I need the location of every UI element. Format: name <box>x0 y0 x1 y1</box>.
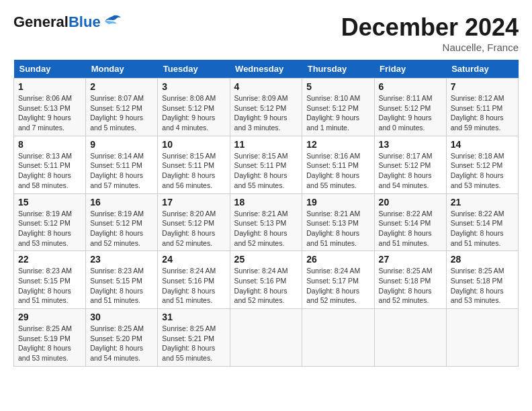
sunset-label: Sunset: 5:12 PM <box>451 161 503 169</box>
sunrise-label: Sunrise: 8:10 AM <box>306 94 360 102</box>
sunrise-label: Sunrise: 8:21 AM <box>234 210 288 218</box>
sunset-label: Sunset: 5:12 PM <box>306 104 359 112</box>
sunset-label: Sunset: 5:15 PM <box>90 277 142 285</box>
day-number: 31 <box>162 312 225 322</box>
calendar-week-row: 22 Sunrise: 8:23 AM Sunset: 5:15 PM Dayl… <box>14 251 519 309</box>
month-title: December 2024 <box>341 13 519 42</box>
sunset-label: Sunset: 5:15 PM <box>18 277 71 285</box>
day-number: 15 <box>18 197 81 208</box>
day-info: Sunrise: 8:25 AM Sunset: 5:21 PM Dayligh… <box>162 324 225 363</box>
col-tuesday: Tuesday <box>158 60 230 79</box>
sunset-label: Sunset: 5:16 PM <box>162 277 214 285</box>
day-info: Sunrise: 8:22 AM Sunset: 5:14 PM Dayligh… <box>379 209 442 248</box>
day-number: 9 <box>90 139 153 150</box>
day-info: Sunrise: 8:25 AM Sunset: 5:18 PM Dayligh… <box>379 266 442 306</box>
sunset-label: Sunset: 5:16 PM <box>234 277 287 285</box>
calendar-cell: 10 Sunrise: 8:15 AM Sunset: 5:11 PM Dayl… <box>158 136 230 193</box>
daylight-label: Daylight: 8 hours and 51 minutes. <box>90 287 143 305</box>
day-number: 3 <box>162 81 225 92</box>
sunrise-label: Sunrise: 8:25 AM <box>90 324 144 332</box>
calendar-cell: 14 Sunrise: 8:18 AM Sunset: 5:12 PM Dayl… <box>446 136 518 193</box>
sunrise-label: Sunrise: 8:24 AM <box>162 267 216 275</box>
sunrise-label: Sunrise: 8:06 AM <box>18 94 72 102</box>
day-number: 2 <box>90 81 153 92</box>
day-info: Sunrise: 8:23 AM Sunset: 5:15 PM Dayligh… <box>18 266 81 306</box>
sunset-label: Sunset: 5:11 PM <box>162 161 214 169</box>
daylight-label: Daylight: 8 hours and 51 minutes. <box>306 229 359 247</box>
sunrise-label: Sunrise: 8:22 AM <box>379 210 433 218</box>
day-number: 13 <box>379 139 442 150</box>
sunset-label: Sunset: 5:12 PM <box>379 161 431 169</box>
calendar-cell: 26 Sunrise: 8:24 AM Sunset: 5:17 PM Dayl… <box>302 251 374 309</box>
day-number: 16 <box>90 197 153 208</box>
daylight-label: Daylight: 8 hours and 52 minutes. <box>306 287 359 305</box>
day-number: 4 <box>234 81 298 92</box>
calendar-cell: 12 Sunrise: 8:16 AM Sunset: 5:11 PM Dayl… <box>302 136 374 193</box>
day-number: 30 <box>90 312 153 322</box>
calendar-week-row: 1 Sunrise: 8:06 AM Sunset: 5:13 PM Dayli… <box>14 79 519 136</box>
day-info: Sunrise: 8:21 AM Sunset: 5:13 PM Dayligh… <box>306 209 369 248</box>
calendar-week-row: 15 Sunrise: 8:19 AM Sunset: 5:12 PM Dayl… <box>14 193 519 251</box>
sunset-label: Sunset: 5:19 PM <box>18 334 71 342</box>
logo-general: General <box>13 13 69 30</box>
calendar-cell <box>446 309 518 367</box>
calendar-cell: 19 Sunrise: 8:21 AM Sunset: 5:13 PM Dayl… <box>302 193 374 251</box>
daylight-label: Daylight: 8 hours and 53 minutes. <box>18 344 71 362</box>
calendar-cell: 23 Sunrise: 8:23 AM Sunset: 5:15 PM Dayl… <box>86 251 158 309</box>
daylight-label: Daylight: 8 hours and 51 minutes. <box>451 229 504 247</box>
sunrise-label: Sunrise: 8:18 AM <box>451 152 504 160</box>
daylight-label: Daylight: 8 hours and 51 minutes. <box>379 229 432 247</box>
calendar-cell: 3 Sunrise: 8:08 AM Sunset: 5:12 PM Dayli… <box>158 79 230 136</box>
sunset-label: Sunset: 5:11 PM <box>234 161 287 169</box>
daylight-label: Daylight: 8 hours and 52 minutes. <box>234 287 287 305</box>
day-number: 17 <box>162 197 225 208</box>
location: Naucelle, France <box>341 42 519 53</box>
day-info: Sunrise: 8:25 AM Sunset: 5:19 PM Dayligh… <box>18 324 81 363</box>
sunrise-label: Sunrise: 8:23 AM <box>18 267 72 275</box>
day-number: 26 <box>306 254 369 265</box>
day-info: Sunrise: 8:24 AM Sunset: 5:16 PM Dayligh… <box>234 266 298 306</box>
calendar-cell: 11 Sunrise: 8:15 AM Sunset: 5:11 PM Dayl… <box>230 136 302 193</box>
calendar-week-row: 8 Sunrise: 8:13 AM Sunset: 5:11 PM Dayli… <box>14 136 519 193</box>
daylight-label: Daylight: 9 hours and 4 minutes. <box>162 113 215 132</box>
logo-blue: Blue <box>69 13 101 30</box>
sunrise-label: Sunrise: 8:25 AM <box>451 267 504 275</box>
daylight-label: Daylight: 8 hours and 53 minutes. <box>451 287 504 305</box>
daylight-label: Daylight: 8 hours and 53 minutes. <box>18 229 71 247</box>
day-info: Sunrise: 8:16 AM Sunset: 5:11 PM Dayligh… <box>306 151 369 191</box>
daylight-label: Daylight: 8 hours and 54 minutes. <box>90 344 143 362</box>
sunrise-label: Sunrise: 8:23 AM <box>90 267 144 275</box>
sunrise-label: Sunrise: 8:07 AM <box>90 94 144 102</box>
day-info: Sunrise: 8:15 AM Sunset: 5:11 PM Dayligh… <box>234 151 298 191</box>
day-number: 6 <box>379 81 442 92</box>
calendar-cell: 20 Sunrise: 8:22 AM Sunset: 5:14 PM Dayl… <box>374 193 446 251</box>
calendar-cell: 27 Sunrise: 8:25 AM Sunset: 5:18 PM Dayl… <box>374 251 446 309</box>
sunset-label: Sunset: 5:14 PM <box>379 219 431 227</box>
col-friday: Friday <box>374 60 446 79</box>
logo-bird-icon <box>103 15 122 30</box>
col-thursday: Thursday <box>302 60 374 79</box>
sunrise-label: Sunrise: 8:12 AM <box>451 94 504 102</box>
day-number: 24 <box>162 254 225 265</box>
calendar-cell: 29 Sunrise: 8:25 AM Sunset: 5:19 PM Dayl… <box>14 309 86 367</box>
daylight-label: Daylight: 8 hours and 59 minutes. <box>451 113 504 132</box>
day-info: Sunrise: 8:19 AM Sunset: 5:12 PM Dayligh… <box>90 209 153 248</box>
day-number: 28 <box>451 254 514 265</box>
calendar-week-row: 29 Sunrise: 8:25 AM Sunset: 5:19 PM Dayl… <box>14 309 519 367</box>
sunset-label: Sunset: 5:12 PM <box>18 219 71 227</box>
sunset-label: Sunset: 5:11 PM <box>18 161 71 169</box>
daylight-label: Daylight: 8 hours and 56 minutes. <box>162 171 215 189</box>
day-info: Sunrise: 8:11 AM Sunset: 5:12 PM Dayligh… <box>379 93 442 133</box>
sunset-label: Sunset: 5:13 PM <box>234 219 287 227</box>
day-number: 10 <box>162 139 225 150</box>
sunset-label: Sunset: 5:12 PM <box>90 104 142 112</box>
calendar-cell: 2 Sunrise: 8:07 AM Sunset: 5:12 PM Dayli… <box>86 79 158 136</box>
daylight-label: Daylight: 8 hours and 52 minutes. <box>162 229 215 247</box>
day-number: 5 <box>306 81 369 92</box>
day-number: 8 <box>18 139 81 150</box>
calendar-cell: 24 Sunrise: 8:24 AM Sunset: 5:16 PM Dayl… <box>158 251 230 309</box>
day-number: 7 <box>451 81 514 92</box>
calendar-cell: 4 Sunrise: 8:09 AM Sunset: 5:12 PM Dayli… <box>230 79 302 136</box>
day-number: 19 <box>306 197 369 208</box>
sunset-label: Sunset: 5:11 PM <box>306 161 359 169</box>
